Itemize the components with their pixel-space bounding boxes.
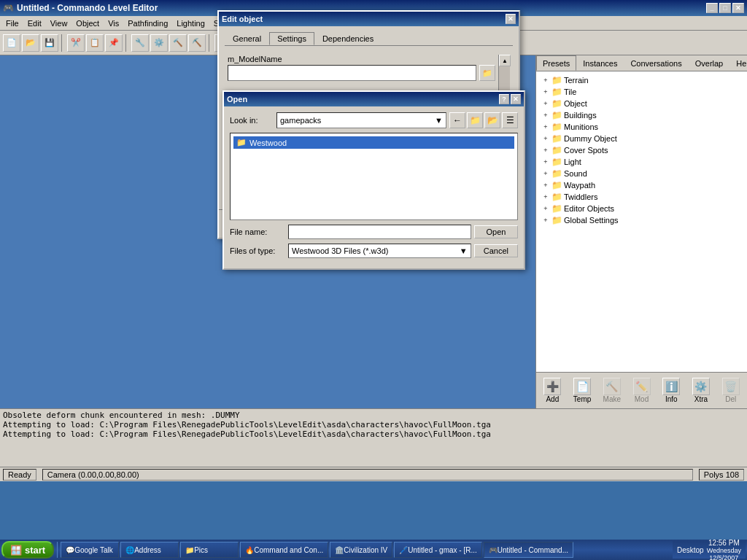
open-file-button[interactable]: Open [474, 225, 518, 238]
expand-munitions[interactable]: + [541, 122, 551, 132]
del-button[interactable]: 🗑️ Del [717, 378, 744, 403]
tab-settings[interactable]: Settings [269, 32, 314, 45]
panel-tabs: Presets Instances Conversations Overlap … [536, 55, 747, 71]
toolbar-btn6[interactable]: ⛏️ [188, 34, 206, 52]
log-line-3: Attempting to load: C:\Program Files\Ren… [3, 429, 744, 439]
mod-button[interactable]: ✏️ Mod [628, 378, 655, 403]
mod-icon: ✏️ [633, 378, 651, 395]
tab-overlap[interactable]: Overlap [689, 55, 730, 71]
tree-item-terrain[interactable]: + 📁 Terrain [539, 74, 744, 86]
files-of-type-combo[interactable]: Westwood 3D Files (*.w3d) ▼ [288, 244, 471, 258]
tree-item-dummy-object[interactable]: + 📁 Dummy Object [539, 133, 744, 144]
expand-waypath[interactable]: + [541, 180, 551, 190]
menu-item-object[interactable]: Object [71, 18, 104, 29]
menu-item-pathfinding[interactable]: Pathfinding [123, 18, 172, 29]
nav-view[interactable]: ☰ [502, 112, 518, 128]
look-in-row: Look in: gamepacks ▼ ← 📁 📂 ☰ [230, 112, 518, 128]
toolbar-btn4[interactable]: ⚙️ [150, 34, 168, 52]
info-button[interactable]: ℹ️ Info [658, 378, 685, 403]
toolbar-btn3[interactable]: 🔧 [131, 34, 149, 52]
tree-item-object[interactable]: + 📁 Object [539, 98, 744, 109]
edit-dialog-close[interactable]: ✕ [506, 14, 516, 24]
model-name-input[interactable] [228, 65, 476, 81]
minimize-button[interactable]: _ [706, 3, 718, 13]
tab-dependencies[interactable]: Dependencies [314, 32, 382, 45]
app-icon: 🎮 [3, 3, 14, 13]
tree-item-editor-objects[interactable]: + 📁 Editor Objects [539, 203, 744, 214]
model-name-browse[interactable]: 📁 [479, 65, 495, 81]
tree-view[interactable]: + 📁 Terrain + 📁 Tile + 📁 Object + 📁 Buil… [536, 71, 747, 372]
menu-item-lighting[interactable]: Lighting [172, 18, 209, 29]
toolbar-new[interactable]: 📄 [3, 34, 20, 52]
expand-tile[interactable]: + [541, 87, 551, 97]
tree-item-sound[interactable]: + 📁 Sound [539, 168, 744, 179]
right-panel: Presets Instances Conversations Overlap … [535, 55, 747, 408]
temp-button[interactable]: 📄 Temp [569, 378, 596, 403]
taskbar-item-command[interactable]: 🔥 Command and Con... [240, 542, 328, 558]
close-button[interactable]: ✕ [732, 3, 744, 13]
expand-buildings[interactable]: + [541, 110, 551, 120]
expand-terrain[interactable]: + [541, 75, 551, 85]
tree-item-munitions[interactable]: + 📁 Munitions [539, 121, 744, 133]
taskbar-item-pics[interactable]: 📁 Pics [180, 542, 239, 558]
scroll-up[interactable]: ▲ [499, 55, 511, 66]
taskbar-sep [57, 542, 58, 558]
desktop-label[interactable]: Desktop [677, 546, 704, 554]
taskbar-item-commando[interactable]: 🎮 Untitled - Command... [484, 542, 573, 558]
expand-dummy[interactable]: + [541, 133, 551, 144]
xtra-button[interactable]: ⚙️ Xtra [688, 378, 715, 403]
status-polys: Polys 108 [699, 469, 744, 481]
expand-sound[interactable]: + [541, 168, 551, 179]
toolbar-paste[interactable]: 📌 [105, 34, 123, 52]
expand-editor[interactable]: + [541, 203, 551, 214]
tree-item-global-settings[interactable]: + 📁 Global Settings [539, 214, 744, 226]
cancel-file-button[interactable]: Cancel [474, 244, 518, 257]
file-item-westwood[interactable]: 📁 Westwood [233, 136, 514, 149]
nav-new-folder[interactable]: 📂 [484, 112, 500, 128]
toolbar-open[interactable]: 📂 [22, 34, 39, 52]
nav-back[interactable]: ← [449, 112, 465, 128]
toolbar-copy[interactable]: 📋 [86, 34, 104, 52]
open-dialog-close[interactable]: ✕ [511, 94, 521, 104]
expand-light[interactable]: + [541, 157, 551, 167]
start-button[interactable]: 🪟 start [1, 541, 54, 559]
tree-item-waypath[interactable]: + 📁 Waypath [539, 179, 744, 191]
tab-general[interactable]: General [225, 32, 269, 45]
tree-item-twiddlers[interactable]: + 📁 Twiddlers [539, 191, 744, 203]
taskbar-item-googletalk[interactable]: 💬 Google Talk [61, 542, 119, 558]
file-list[interactable]: 📁 Westwood [230, 133, 518, 220]
tab-instances[interactable]: Instances [576, 55, 624, 71]
toolbar-save[interactable]: 💾 [41, 34, 58, 52]
tree-item-buildings[interactable]: + 📁 Buildings [539, 109, 744, 121]
del-label: Del [725, 395, 736, 403]
tree-label-dummy: Dummy Object [564, 134, 617, 143]
maximize-button[interactable]: □ [719, 3, 731, 13]
look-in-combo[interactable]: gamepacks ▼ [276, 112, 446, 128]
open-dialog-help[interactable]: ? [499, 94, 509, 104]
menu-item-vis[interactable]: Vis [104, 18, 123, 29]
menu-item-view[interactable]: View [46, 18, 72, 29]
tab-conversations[interactable]: Conversations [624, 55, 688, 71]
toolbar-sep3 [209, 34, 212, 52]
menu-item-edit[interactable]: Edit [23, 18, 46, 29]
taskbar-item-civ[interactable]: 🏛️ Civilization IV [330, 542, 392, 558]
file-name-input[interactable] [288, 225, 471, 239]
tab-heightfield[interactable]: Heightfield [729, 55, 747, 71]
toolbar-btn5[interactable]: 🔨 [169, 34, 187, 52]
tree-item-cover-spots[interactable]: + 📁 Cover Spots [539, 144, 744, 156]
tab-presets[interactable]: Presets [536, 55, 576, 71]
add-button[interactable]: ➕ Add [539, 378, 566, 403]
tree-label-buildings: Buildings [564, 111, 597, 120]
expand-twiddlers[interactable]: + [541, 192, 551, 202]
taskbar-item-address[interactable]: 🌐 Address [120, 542, 179, 558]
expand-object[interactable]: + [541, 98, 551, 109]
tree-item-light[interactable]: + 📁 Light [539, 156, 744, 168]
nav-up[interactable]: 📁 [467, 112, 483, 128]
expand-cover[interactable]: + [541, 145, 551, 155]
menu-item-file[interactable]: File [1, 18, 23, 29]
toolbar-cut[interactable]: ✂️ [67, 34, 85, 52]
taskbar-item-gmax[interactable]: 🖊️ Untitled - gmax - [R... [394, 542, 481, 558]
tree-item-tile[interactable]: + 📁 Tile [539, 86, 744, 98]
make-button[interactable]: 🔨 Make [598, 378, 625, 403]
expand-global[interactable]: + [541, 215, 551, 225]
